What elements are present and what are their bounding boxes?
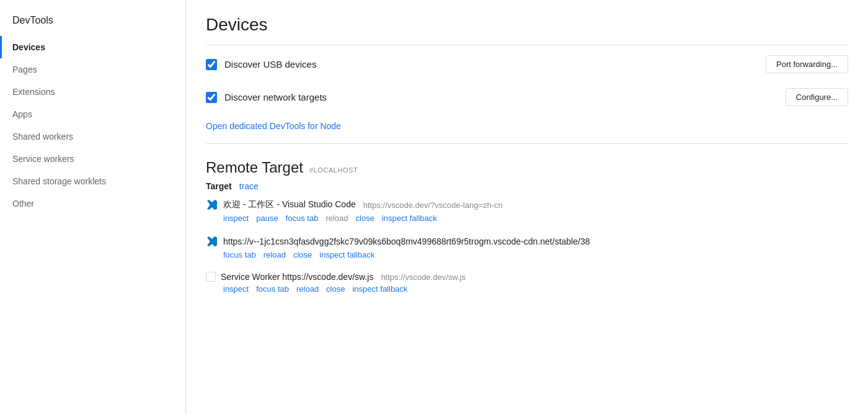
remote-target-title: Remote Target xyxy=(206,159,303,176)
node-devtools-link[interactable]: Open dedicated DevTools for Node xyxy=(206,121,341,131)
action-close[interactable]: close xyxy=(356,214,374,223)
sidebar-item-shared-workers[interactable]: Shared workers xyxy=(0,125,185,148)
main-content: Devices Discover USB devices Port forwar… xyxy=(186,0,868,414)
target-item-header: 欢迎 - 工作区 - Visual Studio Codehttps://vsc… xyxy=(206,199,848,211)
action-close[interactable]: close xyxy=(293,250,312,259)
divider-remote xyxy=(206,143,848,144)
action-inspect-fallback[interactable]: inspect fallback xyxy=(352,284,407,294)
action-inspect[interactable]: inspect xyxy=(223,214,249,223)
action-inspect-fallback[interactable]: inspect fallback xyxy=(382,214,437,223)
vscode-icon xyxy=(206,235,218,248)
divider-top xyxy=(206,45,848,45)
target-name: 欢迎 - 工作区 - Visual Studio Code xyxy=(223,199,356,210)
page-title: Devices xyxy=(206,15,848,35)
action-focus-tab[interactable]: focus tab xyxy=(256,284,289,294)
action-pause[interactable]: pause xyxy=(256,214,278,223)
target-items-container: 欢迎 - 工作区 - Visual Studio Codehttps://vsc… xyxy=(206,199,848,294)
action-reload[interactable]: reload xyxy=(264,250,286,259)
app-title: DevTools xyxy=(0,10,185,36)
target-item: https://v--1jc1csn3qfasdvgg2fskc79v09ks6… xyxy=(206,235,848,259)
discover-network-checkbox[interactable] xyxy=(206,92,217,103)
target-url: https://vscode.dev/?vscode-lang=zh-cn xyxy=(363,200,503,210)
target-label: Target xyxy=(206,181,232,191)
discover-usb-row: Discover USB devices Port forwarding... xyxy=(206,55,848,73)
discover-usb-label[interactable]: Discover USB devices xyxy=(224,59,766,70)
sidebar-item-pages[interactable]: Pages xyxy=(0,58,185,81)
sidebar-item-service-workers[interactable]: Service workers xyxy=(0,148,185,170)
target-actions: focus tabreloadcloseinspect fallback xyxy=(223,250,848,259)
discover-network-label[interactable]: Discover network targets xyxy=(224,92,786,102)
action-reload[interactable]: reload xyxy=(296,284,319,294)
action-reload[interactable]: reload xyxy=(326,214,348,223)
sidebar-item-extensions[interactable]: Extensions xyxy=(0,81,185,103)
action-inspect-fallback[interactable]: inspect fallback xyxy=(319,250,374,259)
sidebar-item-apps[interactable]: Apps xyxy=(0,103,185,125)
target-actions: inspectpausefocus tabreloadcloseinspect … xyxy=(223,214,848,223)
action-focus-tab[interactable]: focus tab xyxy=(286,214,319,223)
service-worker-checkbox[interactable] xyxy=(206,272,216,282)
port-forwarding-button[interactable]: Port forwarding... xyxy=(766,55,848,73)
discover-network-row: Discover network targets Configure... xyxy=(206,88,848,106)
target-item: Service Worker https://vscode.dev/sw.jsh… xyxy=(206,272,848,294)
sidebar: DevTools DevicesPagesExtensionsAppsShare… xyxy=(0,0,186,414)
target-actions: inspectfocus tabreloadcloseinspect fallb… xyxy=(223,284,848,294)
target-item-header: https://v--1jc1csn3qfasdvgg2fskc79v09ks6… xyxy=(206,235,848,248)
remote-target-header: Remote Target #LOCALHOST xyxy=(206,159,848,176)
target-label-row: Target trace xyxy=(206,181,848,191)
sidebar-item-other[interactable]: Other xyxy=(0,192,185,215)
configure-button[interactable]: Configure... xyxy=(786,88,848,106)
sidebar-item-devices[interactable]: Devices xyxy=(0,36,185,58)
discover-usb-checkbox[interactable] xyxy=(206,59,217,70)
target-item-header: Service Worker https://vscode.dev/sw.jsh… xyxy=(206,272,848,282)
target-name: Service Worker https://vscode.dev/sw.js xyxy=(221,272,373,282)
target-url: https://vscode.dev/sw.js xyxy=(381,272,466,282)
target-name: https://v--1jc1csn3qfasdvgg2fskc79v09ks6… xyxy=(223,236,590,246)
remote-target-subtitle: #LOCALHOST xyxy=(309,166,358,174)
sidebar-item-shared-storage-worklets[interactable]: Shared storage worklets xyxy=(0,170,185,192)
target-item: 欢迎 - 工作区 - Visual Studio Codehttps://vsc… xyxy=(206,199,848,223)
action-inspect[interactable]: inspect xyxy=(223,284,249,294)
action-close[interactable]: close xyxy=(326,284,345,294)
trace-link[interactable]: trace xyxy=(239,181,259,191)
action-focus-tab[interactable]: focus tab xyxy=(223,250,256,259)
vscode-icon xyxy=(206,199,218,211)
